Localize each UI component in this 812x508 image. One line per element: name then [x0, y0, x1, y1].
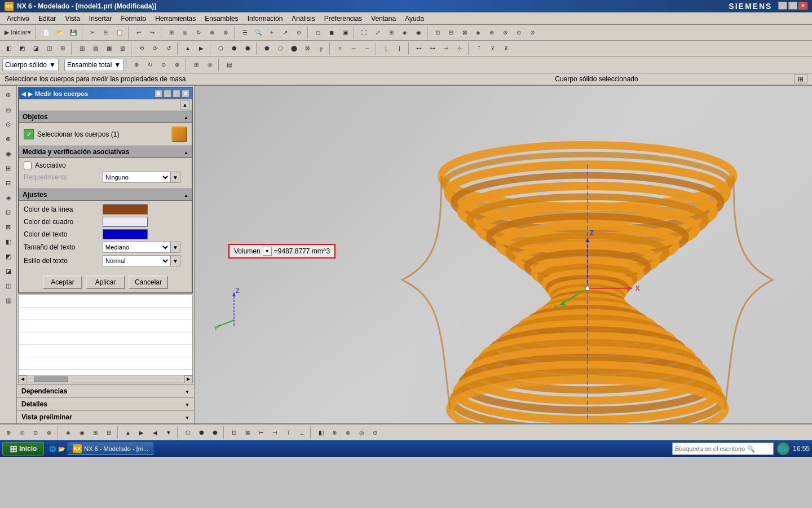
paste-btn[interactable]: 📋 [113, 27, 126, 39]
bb13[interactable]: ⬡ [182, 426, 194, 439]
t2b5[interactable]: ⊞ [56, 42, 69, 55]
t2b31[interactable]: ⊹ [453, 42, 466, 55]
t2b14[interactable]: ▶ [195, 42, 208, 55]
t2b6[interactable]: ▥ [76, 42, 88, 55]
side-icon-5[interactable]: ◉ [2, 147, 15, 160]
text-size-arrow[interactable]: ▼ [170, 242, 180, 253]
menu-ventana[interactable]: Ventana [367, 14, 400, 24]
t2b3[interactable]: ◪ [29, 42, 42, 55]
search-box[interactable]: Búsqueda en el escritorio 🔍 [672, 443, 774, 455]
t2b18[interactable]: ⬟ [261, 42, 273, 55]
measure-section-header[interactable]: Medida y verificación asociativas [19, 146, 192, 158]
bb7[interactable]: ⊞ [89, 426, 102, 439]
bb23[interactable]: ⊕ [328, 426, 341, 439]
side-icon-10[interactable]: ⊠ [2, 220, 15, 234]
side-icon-15[interactable]: ▥ [2, 294, 15, 307]
nx-taskbar-item[interactable]: NX NX 6 - Modelado - [m... [68, 443, 153, 455]
btn29[interactable]: ⊙ [513, 27, 525, 39]
t2b27[interactable]: ⌈ [394, 42, 406, 55]
menu-formato[interactable]: Formato [117, 14, 151, 24]
text-size-select[interactable]: Mediano [103, 242, 170, 253]
side-icon-6[interactable]: ⊞ [2, 161, 15, 175]
t3b2[interactable]: ↻ [144, 59, 156, 71]
apply-button[interactable]: Aplicar [86, 275, 125, 289]
btn23[interactable]: ⊡ [431, 27, 444, 39]
viewport[interactable]: X Y Z Volumen ▼ =9487.8777 mm^3 Z [195, 86, 812, 423]
undo-btn[interactable]: ↩ [133, 27, 145, 39]
t2b21[interactable]: ⊠ [301, 42, 314, 55]
t2b24[interactable]: ─ [347, 42, 360, 55]
t3b4[interactable]: ⊗ [171, 59, 183, 71]
dialog-expand-btn[interactable]: □ [173, 90, 180, 98]
dialog-settings-btn[interactable]: ⚙ [155, 90, 162, 98]
bb10[interactable]: ▶ [135, 426, 148, 439]
t2b10[interactable]: ⟲ [135, 42, 148, 55]
bb9[interactable]: ▲ [122, 426, 134, 439]
text-style-select[interactable]: Normal [103, 255, 170, 266]
bb20[interactable]: ⊤ [282, 426, 294, 439]
scroll-up-btn[interactable]: ▲ [180, 100, 189, 110]
volume-dropdown-btn[interactable]: ▼ [263, 247, 272, 256]
btn5[interactable]: ⊞ [165, 27, 178, 39]
bb1[interactable]: ⊕ [2, 426, 15, 439]
dialog-nav-back[interactable]: ◀ [21, 91, 26, 97]
t2b4[interactable]: ◫ [43, 42, 55, 55]
t2b20[interactable]: ⬤ [288, 42, 300, 55]
side-icon-11[interactable]: ◧ [2, 235, 15, 248]
btn27[interactable]: ⊕ [486, 27, 498, 39]
t2b1[interactable]: ◧ [2, 42, 15, 55]
copy-btn[interactable]: ⎘ [100, 27, 112, 39]
t2b26[interactable]: ⌊ [380, 42, 392, 55]
side-icon-9[interactable]: ⊡ [2, 205, 15, 219]
ql2[interactable]: 📂 [58, 443, 65, 455]
dialog-minimize-btn[interactable]: _ [164, 90, 171, 98]
menu-archivo[interactable]: Archivo [2, 14, 34, 24]
bb3[interactable]: ⊙ [29, 426, 42, 439]
btn10[interactable]: ☰ [239, 27, 251, 39]
dialog-nav-forward[interactable]: ▶ [28, 91, 33, 97]
t2b7[interactable]: ▤ [89, 42, 102, 55]
cancel-button[interactable]: Cancelar [129, 275, 168, 289]
close-button[interactable]: ✕ [798, 2, 807, 10]
btn25[interactable]: ⊠ [458, 27, 471, 39]
side-icon-8[interactable]: ◈ [2, 191, 15, 204]
side-icon-13[interactable]: ◪ [2, 264, 15, 278]
t2b9[interactable]: ▧ [116, 42, 129, 55]
side-icon-1[interactable]: ⊕ [2, 88, 15, 102]
side-icon-14[interactable]: ◫ [2, 279, 15, 292]
details-section[interactable]: Detalles [17, 397, 194, 410]
dependencies-section[interactable]: Dependencias [17, 384, 194, 397]
menu-editar[interactable]: Editar [34, 14, 60, 24]
ql1[interactable]: 🌐 [48, 443, 56, 455]
assembly-scope-selector[interactable]: Ensamble total ▼ [64, 59, 123, 71]
t2b17[interactable]: ⬣ [241, 42, 254, 55]
bb8[interactable]: ⊟ [103, 426, 115, 439]
scroll-left-btn[interactable]: ◀ [19, 375, 27, 383]
btn14[interactable]: ⊙ [293, 27, 305, 39]
objects-section-header[interactable]: Objetos [19, 111, 192, 123]
btn11[interactable]: 🔍 [252, 27, 264, 39]
side-icon-2[interactable]: ◎ [2, 103, 15, 116]
dialog-close-btn[interactable]: ✕ [182, 90, 189, 98]
btn17[interactable]: ▣ [339, 27, 351, 39]
t2b28[interactable]: ⊷ [413, 42, 425, 55]
menu-preferencias[interactable]: Preferencias [320, 14, 367, 24]
menu-analisis[interactable]: Análisis [287, 14, 319, 24]
bb5[interactable]: ◈ [62, 426, 74, 439]
line-color-box[interactable] [103, 204, 148, 214]
bb14[interactable]: ⬢ [195, 426, 208, 439]
bb19[interactable]: ⊣ [268, 426, 281, 439]
associative-checkbox[interactable] [24, 161, 32, 169]
side-icon-4[interactable]: ⊗ [2, 132, 15, 146]
t2b19[interactable]: ⬠ [274, 42, 286, 55]
btn15[interactable]: ◻ [312, 27, 324, 39]
t2b32[interactable]: ⊺ [473, 42, 485, 55]
start-button[interactable]: ⊞ Inicio [2, 442, 44, 456]
t2b30[interactable]: ⊸ [440, 42, 452, 55]
menu-informacion[interactable]: Información [243, 14, 288, 24]
t2b22[interactable]: ╔ [315, 42, 327, 55]
t2b34[interactable]: ⊼ [500, 42, 512, 55]
accept-button[interactable]: Aceptar [43, 275, 82, 289]
t2b12[interactable]: ↺ [162, 42, 175, 55]
bb4[interactable]: ⊗ [43, 426, 55, 439]
